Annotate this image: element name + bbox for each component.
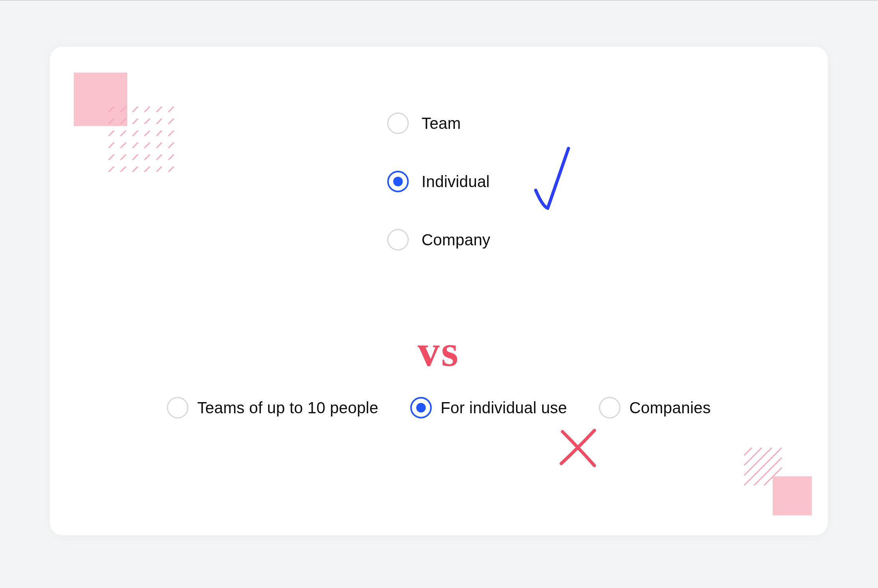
svg-line-2 bbox=[133, 107, 138, 112]
svg-line-37 bbox=[744, 448, 762, 466]
svg-line-34 bbox=[157, 167, 162, 172]
svg-line-9 bbox=[145, 119, 150, 124]
radio-label: Company bbox=[422, 231, 491, 249]
svg-line-29 bbox=[169, 155, 174, 160]
svg-line-18 bbox=[109, 143, 114, 148]
svg-line-16 bbox=[157, 131, 162, 136]
radio-option-for-individual-use[interactable]: For individual use bbox=[410, 397, 567, 418]
svg-line-12 bbox=[109, 131, 114, 136]
check-annotation-icon bbox=[529, 142, 576, 214]
svg-line-26 bbox=[133, 155, 138, 160]
svg-line-35 bbox=[169, 167, 174, 172]
radio-option-company[interactable]: Company bbox=[387, 229, 491, 251]
svg-line-32 bbox=[133, 167, 138, 172]
radio-label: Individual bbox=[422, 173, 490, 191]
svg-line-15 bbox=[145, 131, 150, 136]
svg-line-28 bbox=[157, 155, 162, 160]
radio-group-horizontal: Teams of up to 10 people For individual … bbox=[167, 397, 710, 418]
decoration-bottom-right bbox=[744, 448, 812, 515]
svg-line-20 bbox=[133, 143, 138, 148]
svg-line-6 bbox=[109, 119, 114, 124]
radio-option-teams-up-to-10[interactable]: Teams of up to 10 people bbox=[167, 397, 378, 418]
radio-label: Team bbox=[422, 114, 461, 132]
svg-line-24 bbox=[109, 155, 114, 160]
svg-line-27 bbox=[145, 155, 150, 160]
cross-annotation-icon bbox=[556, 426, 600, 470]
radio-icon bbox=[410, 397, 432, 418]
svg-line-23 bbox=[169, 143, 174, 148]
svg-line-11 bbox=[169, 119, 174, 124]
radio-icon bbox=[167, 397, 188, 418]
example-card: Team Individual Company vs Teams of up t… bbox=[50, 47, 828, 535]
radio-option-companies[interactable]: Companies bbox=[599, 397, 710, 418]
svg-line-13 bbox=[121, 131, 126, 136]
svg-line-21 bbox=[145, 143, 150, 148]
svg-line-36 bbox=[744, 448, 752, 456]
dash-pattern-icon bbox=[105, 104, 177, 176]
radio-option-team[interactable]: Team bbox=[387, 112, 461, 134]
radio-label: For individual use bbox=[440, 399, 567, 417]
svg-line-31 bbox=[121, 167, 126, 172]
svg-line-19 bbox=[121, 143, 126, 148]
svg-line-5 bbox=[169, 107, 174, 112]
radio-icon bbox=[387, 171, 409, 192]
svg-line-0 bbox=[109, 107, 114, 112]
radio-icon bbox=[387, 229, 409, 251]
svg-line-33 bbox=[145, 167, 150, 172]
svg-line-8 bbox=[133, 119, 138, 124]
svg-line-10 bbox=[157, 119, 162, 124]
svg-line-7 bbox=[121, 119, 126, 124]
vs-text: vs bbox=[418, 326, 460, 377]
svg-line-17 bbox=[169, 131, 174, 136]
radio-option-individual[interactable]: Individual bbox=[387, 171, 490, 192]
svg-line-14 bbox=[133, 131, 138, 136]
svg-line-25 bbox=[121, 155, 126, 160]
svg-line-22 bbox=[157, 143, 162, 148]
svg-line-1 bbox=[121, 107, 126, 112]
radio-group-vertical: Team Individual Company bbox=[387, 112, 491, 251]
decoration-top-left bbox=[74, 73, 174, 176]
radio-icon bbox=[387, 112, 409, 134]
svg-line-30 bbox=[109, 167, 114, 172]
svg-line-4 bbox=[157, 107, 162, 112]
pink-square-icon bbox=[773, 476, 812, 515]
radio-label: Teams of up to 10 people bbox=[197, 399, 378, 417]
radio-icon bbox=[599, 397, 620, 418]
radio-label: Companies bbox=[629, 399, 710, 417]
svg-line-3 bbox=[145, 107, 150, 112]
